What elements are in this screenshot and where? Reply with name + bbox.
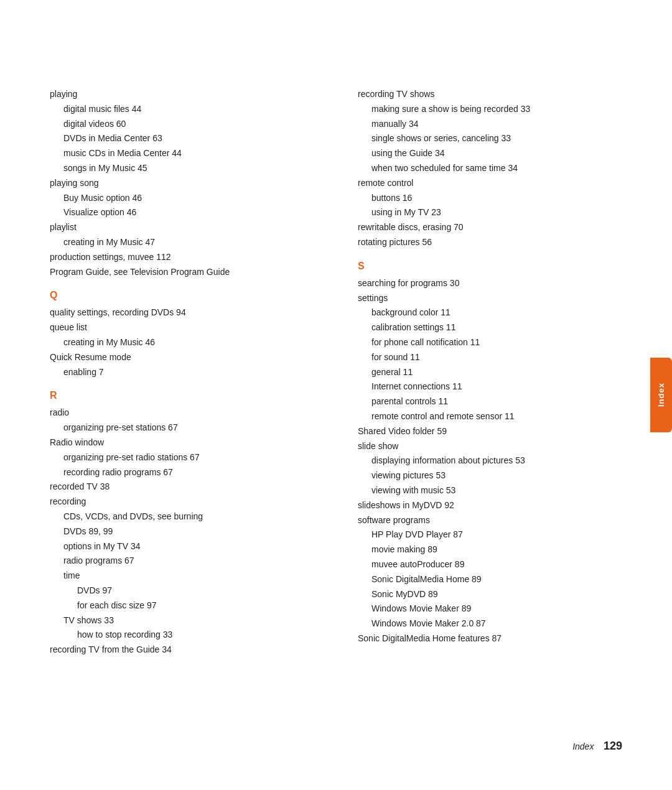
entry-remote-control: remote control buttons 16 using in My TV…	[358, 176, 622, 220]
slide-show-viewing: viewing pictures 53	[358, 468, 622, 483]
remote-control-label: remote control	[358, 176, 622, 191]
radio-window-recording: recording radio programs 67	[50, 465, 314, 480]
single-shows-canceling: single shows or series, canceling 33	[358, 131, 622, 146]
movie-making: movie making 89	[358, 542, 622, 557]
recording-time-dvds: DVDs 97	[50, 583, 314, 598]
entry-program-guide: Program Guide, see Television Program Gu…	[50, 265, 314, 280]
entry-rotating-pictures: rotating pictures 56	[358, 235, 622, 250]
entry-queue-list: queue list creating in My Music 46	[50, 320, 314, 350]
entry-quality-settings: quality settings, recording DVDs 94	[50, 305, 314, 320]
settings-calibration: calibration settings 11	[358, 320, 622, 335]
entry-production-settings: production settings, muvee 112	[50, 250, 314, 265]
entry-searching-programs: searching for programs 30	[358, 276, 622, 291]
playing-digital-videos: digital videos 60	[50, 117, 314, 132]
recording-cds-vcds: CDs, VCDs, and DVDs, see burning	[50, 509, 314, 524]
visualize-option: Visualize option 46	[50, 205, 314, 220]
windows-movie-maker: Windows Movie Maker 89	[358, 602, 622, 616]
entry-radio-window: Radio window organizing pre-set radio st…	[50, 435, 314, 480]
playing-label: playing	[50, 87, 314, 102]
recording-tv-from-guide-label: recording TV from the Guide 34	[50, 643, 314, 658]
remote-buttons: buttons 16	[358, 191, 622, 206]
recording-label: recording	[50, 495, 314, 509]
sonic-mydvd: Sonic MyDVD 89	[358, 587, 622, 602]
right-column: recording TV shows making sure a show is…	[352, 87, 622, 658]
settings-sound: for sound 11	[358, 350, 622, 365]
quick-resume-enabling: enabling 7	[50, 365, 314, 380]
side-tab: Index	[650, 358, 672, 432]
entry-shared-video: Shared Video folder 59	[358, 424, 622, 439]
when-two-scheduled: when two scheduled for same time 34	[358, 161, 622, 176]
searching-programs-label: searching for programs 30	[358, 276, 622, 291]
recording-options-my-tv: options in My TV 34	[50, 539, 314, 554]
entry-software-programs: software programs HP Play DVD Player 87 …	[358, 513, 622, 631]
entry-radio: radio organizing pre-set stations 67	[50, 406, 314, 435]
section-q-letter: Q	[50, 288, 314, 303]
section-r-letter: R	[50, 388, 314, 403]
radio-window-label: Radio window	[50, 435, 314, 450]
settings-label: settings	[358, 291, 622, 306]
entry-recording: recording CDs, VCDs, and DVDs, see burni…	[50, 495, 314, 643]
entry-playing-song: playing song Buy Music option 46 Visuali…	[50, 176, 314, 220]
slide-show-label: slide show	[358, 439, 622, 454]
recording-time-label: time	[50, 569, 314, 583]
software-programs-label: software programs	[358, 513, 622, 528]
playing-digital-music: digital music files 44	[50, 102, 314, 117]
settings-background-color: background color 11	[358, 305, 622, 320]
sonic-digitalmedia: Sonic DigitalMedia Home 89	[358, 572, 622, 587]
quick-resume-label: Quick Resume mode	[50, 350, 314, 365]
recording-time-disc-size: for each disc size 97	[50, 598, 314, 613]
settings-general: general 11	[358, 365, 622, 380]
footer-label: Index	[572, 741, 594, 751]
settings-remote-sensor: remote control and remote sensor 11	[358, 409, 622, 424]
slideshows-mydvd-label: slideshows in MyDVD 92	[358, 498, 622, 513]
settings-parental: parental controls 11	[358, 394, 622, 409]
settings-phone-call: for phone call notification 11	[358, 335, 622, 350]
playlist-label: playlist	[50, 220, 314, 235]
section-s-letter: S	[358, 259, 622, 274]
recording-manually: manually 34	[358, 117, 622, 132]
recording-radio-programs: radio programs 67	[50, 554, 314, 569]
entry-slide-show: slide show displaying information about …	[358, 439, 622, 498]
entry-recorded-tv: recorded TV 38	[50, 480, 314, 495]
footer-page-number: 129	[604, 740, 622, 752]
recorded-tv-label: recorded TV 38	[50, 480, 314, 495]
entry-quick-resume: Quick Resume mode enabling 7	[50, 350, 314, 380]
side-tab-label: Index	[656, 383, 666, 407]
settings-internet: Internet connections 11	[358, 379, 622, 394]
left-column: playing digital music files 44 digital v…	[50, 87, 327, 658]
queue-list-label: queue list	[50, 320, 314, 335]
radio-window-organizing: organizing pre-set radio stations 67	[50, 450, 314, 465]
footer: Index 129	[572, 740, 622, 753]
entry-sonic-digitalmedia-features: Sonic DigitalMedia Home features 87	[358, 631, 622, 646]
hp-play-dvd: HP Play DVD Player 87	[358, 527, 622, 542]
entry-settings: settings background color 11 calibration…	[358, 291, 622, 424]
rewritable-discs-label: rewritable discs, erasing 70	[358, 220, 622, 235]
using-the-guide: using the Guide 34	[358, 146, 622, 161]
making-sure-recorded: making sure a show is being recorded 33	[358, 102, 622, 117]
queue-creating-my-music: creating in My Music 46	[50, 335, 314, 350]
buy-music-option: Buy Music option 46	[50, 191, 314, 206]
sonic-digitalmedia-features-label: Sonic DigitalMedia Home features 87	[358, 631, 622, 646]
quality-settings-label: quality settings, recording DVDs 94	[50, 305, 314, 320]
recording-how-to-stop: how to stop recording 33	[50, 628, 314, 643]
creating-my-music: creating in My Music 47	[50, 235, 314, 250]
entry-playing: playing digital music files 44 digital v…	[50, 87, 314, 176]
program-guide-label: Program Guide, see Television Program Gu…	[50, 265, 314, 280]
windows-movie-maker-2: Windows Movie Maker 2.0 87	[358, 616, 622, 631]
playing-music-cds: music CDs in Media Center 44	[50, 146, 314, 161]
entry-recording-tv-shows: recording TV shows making sure a show is…	[358, 87, 622, 176]
recording-dvds: DVDs 89, 99	[50, 524, 314, 539]
slide-show-info: displaying information about pictures 53	[358, 453, 622, 468]
playing-dvds: DVDs in Media Center 63	[50, 131, 314, 146]
recording-tv-shows: TV shows 33	[50, 613, 314, 628]
shared-video-label: Shared Video folder 59	[358, 424, 622, 439]
recording-tv-shows-label: recording TV shows	[358, 87, 622, 102]
radio-organizing-preset: organizing pre-set stations 67	[50, 421, 314, 435]
rotating-pictures-label: rotating pictures 56	[358, 235, 622, 250]
entry-rewritable-discs: rewritable discs, erasing 70	[358, 220, 622, 235]
entry-recording-tv-from-guide: recording TV from the Guide 34	[50, 643, 314, 658]
radio-label: radio	[50, 406, 314, 421]
entry-slideshows-mydvd: slideshows in MyDVD 92	[358, 498, 622, 513]
slide-show-music: viewing with music 53	[358, 483, 622, 498]
playing-songs-my-music: songs in My Music 45	[50, 161, 314, 176]
